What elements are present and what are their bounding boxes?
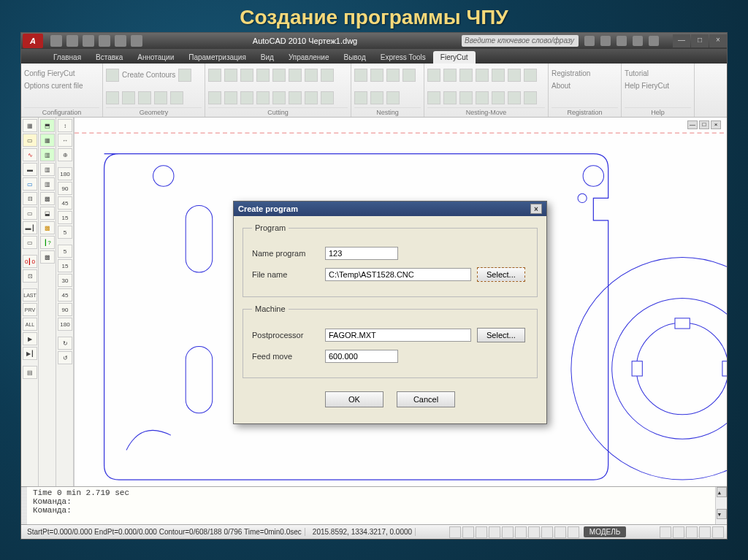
close-button[interactable]: × [709, 34, 727, 47]
qat-undo-icon[interactable] [99, 35, 110, 47]
tool-icon[interactable]: ▥ [40, 163, 55, 176]
tool-icon[interactable]: ▭ [23, 207, 37, 220]
osnap-toggle-icon[interactable] [502, 526, 514, 538]
dyn-toggle-icon[interactable] [541, 526, 553, 538]
nesting-icon[interactable] [386, 69, 400, 82]
move-icon[interactable] [443, 69, 457, 82]
file-select-button[interactable]: Select... [477, 267, 525, 282]
minimize-button[interactable]: — [673, 34, 690, 47]
tool-icon[interactable]: ▭ [23, 236, 37, 249]
ducs-toggle-icon[interactable] [528, 526, 540, 538]
move-icon[interactable] [508, 69, 521, 82]
tool-icon[interactable]: 45 [58, 288, 72, 302]
name-program-input[interactable] [325, 247, 398, 260]
cutting-icon[interactable] [208, 91, 221, 104]
tool-icon[interactable]: 90 [58, 303, 72, 316]
config-fierycut-button[interactable]: Config FieryCut [24, 69, 75, 77]
tool-icon[interactable]: ▥ [40, 177, 55, 191]
feed-move-input[interactable] [325, 350, 398, 363]
qat-save-icon[interactable] [83, 35, 94, 47]
tab-fierycut[interactable]: FieryCut [433, 51, 476, 64]
tool-icon[interactable]: ▦ [40, 134, 55, 147]
geometry-icon[interactable] [122, 91, 135, 104]
polar-toggle-icon[interactable] [489, 526, 500, 538]
tool-icon[interactable]: ▩ [40, 192, 55, 205]
tool-icon[interactable]: 90 [58, 182, 72, 195]
grid-toggle-icon[interactable] [462, 526, 474, 538]
tool-icon[interactable]: 5 [58, 245, 72, 258]
tool-icon[interactable]: 180 [58, 318, 72, 331]
qat-redo-icon[interactable] [115, 35, 126, 47]
tool-icon[interactable]: ▶ [23, 332, 37, 345]
cutting-icon[interactable] [256, 91, 270, 104]
cutting-icon[interactable] [289, 91, 302, 104]
tutorial-button[interactable]: Tutorial [625, 69, 649, 77]
tool-icon[interactable]: ▤ [23, 366, 37, 379]
infocenter-icon[interactable] [584, 36, 595, 46]
geometry-icon[interactable] [138, 91, 151, 104]
tool-icon[interactable]: ALL [23, 318, 37, 331]
tool-icon[interactable]: LAST [23, 288, 37, 302]
registration-button[interactable]: Registration [552, 69, 590, 77]
tool-icon[interactable]: 180 [58, 167, 72, 180]
otrack-toggle-icon[interactable] [515, 526, 527, 538]
tool-icon[interactable]: ↔ [58, 134, 72, 147]
about-button[interactable]: About [552, 82, 570, 90]
search-icon[interactable] [600, 36, 611, 46]
move-icon[interactable] [492, 91, 505, 104]
nesting-icon[interactable] [402, 69, 416, 82]
comm-icon[interactable] [617, 36, 627, 46]
tool-icon[interactable]: ▬ [23, 163, 37, 176]
postprocessor-input[interactable] [325, 329, 471, 342]
geometry-icon[interactable] [178, 69, 191, 82]
tool-icon[interactable]: ↺ [58, 351, 72, 364]
cutting-icon[interactable] [321, 91, 334, 104]
cutting-icon[interactable] [289, 69, 302, 82]
help-icon[interactable] [649, 36, 659, 46]
nesting-icon[interactable] [386, 91, 400, 104]
geometry-icon[interactable] [170, 91, 183, 104]
tool-icon[interactable]: ▶┃ [23, 347, 37, 360]
dialog-close-button[interactable]: × [530, 204, 542, 214]
nesting-icon[interactable] [354, 91, 367, 104]
cutting-icon[interactable] [208, 69, 221, 82]
lwt-toggle-icon[interactable] [554, 526, 566, 538]
tab-annotations[interactable]: Аннотации [130, 51, 181, 64]
cutting-icon[interactable] [272, 69, 286, 82]
model-space-button[interactable]: МОДЕЛЬ [584, 526, 626, 537]
move-icon[interactable] [508, 91, 521, 104]
nesting-icon[interactable] [354, 69, 367, 82]
nesting-icon[interactable] [370, 91, 383, 104]
cmd-grip-icon[interactable] [21, 487, 27, 524]
tab-insert[interactable]: Вставка [88, 51, 130, 64]
tool-icon[interactable]: 0┃0 [23, 255, 37, 268]
tab-manage[interactable]: Управление [281, 51, 337, 64]
tab-output[interactable]: Вывод [337, 51, 373, 64]
qat-open-icon[interactable] [66, 35, 78, 47]
tool-icon[interactable]: 30 [58, 274, 72, 287]
cancel-button[interactable]: Cancel [397, 391, 455, 407]
cutting-icon[interactable] [240, 91, 253, 104]
qp-toggle-icon[interactable] [568, 526, 579, 538]
move-icon[interactable] [524, 69, 537, 82]
status-icon[interactable] [686, 526, 698, 538]
move-icon[interactable] [459, 69, 473, 82]
move-icon[interactable] [524, 91, 537, 104]
cutting-icon[interactable] [305, 91, 318, 104]
cutting-icon[interactable] [224, 91, 237, 104]
tool-icon[interactable]: ⬒ [40, 119, 55, 132]
tool-icon[interactable]: ∿ [23, 148, 37, 161]
tool-icon[interactable]: ↕ [58, 119, 72, 132]
move-icon[interactable] [476, 69, 489, 82]
maximize-button[interactable]: □ [691, 34, 709, 47]
scroll-up-icon[interactable]: ▴ [717, 487, 727, 497]
tool-icon[interactable]: 45 [58, 196, 72, 210]
tool-icon[interactable]: 5 [58, 226, 72, 239]
tool-icon[interactable]: ▩ [40, 250, 55, 264]
cutting-icon[interactable] [272, 91, 286, 104]
geometry-icon[interactable] [154, 91, 167, 104]
move-icon[interactable] [492, 69, 505, 82]
cmd-scrollbar[interactable]: ▴ ▾ [715, 487, 727, 524]
help-fierycut-button[interactable]: Help FieryCut [625, 82, 669, 90]
tool-icon[interactable]: ▦ [23, 119, 37, 132]
